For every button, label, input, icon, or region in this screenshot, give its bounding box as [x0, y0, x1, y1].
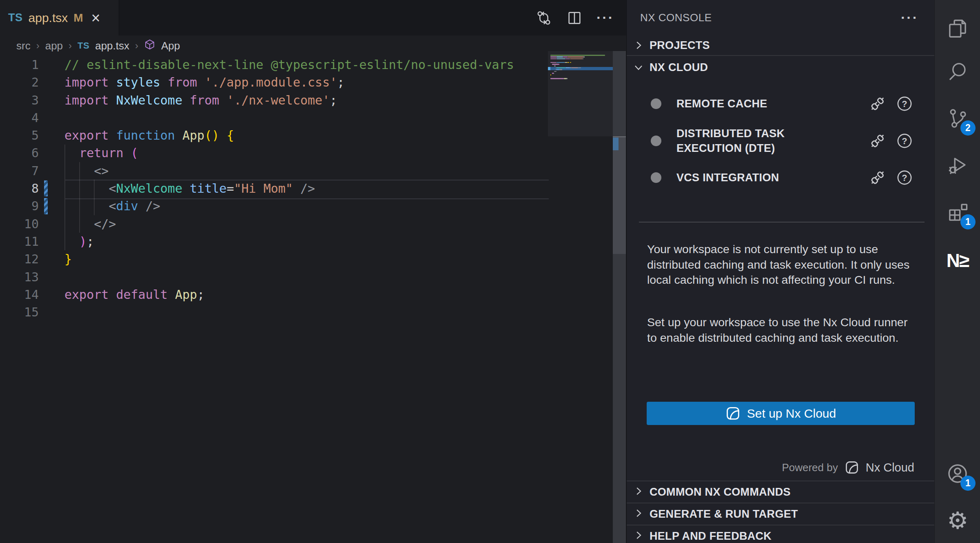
help-icon[interactable]: ? — [896, 95, 913, 112]
sidebar-item-source-control[interactable]: 2 — [935, 99, 980, 138]
chevron-down-icon — [632, 61, 645, 73]
sidebar-item-run-debug[interactable] — [935, 146, 980, 185]
code-line-content: ); — [39, 233, 94, 250]
nx-cloud-item: REMOTE CACHE? — [627, 95, 935, 113]
code-line-content: </> — [39, 215, 116, 233]
code-line-content: import styles from './app.module.css'; — [39, 73, 344, 91]
powered-by-text: Powered by — [782, 461, 838, 474]
line-number: 12 — [0, 250, 39, 268]
code-line[interactable]: 12} — [0, 250, 613, 268]
chevron-right-icon: › — [135, 40, 138, 51]
nx-cloud-brand-text: Nx Cloud — [866, 461, 914, 474]
minimap-line — [557, 69, 559, 70]
code-line[interactable]: 1// eslint-disable-next-line @typescript… — [0, 56, 613, 73]
accounts-button[interactable]: 1 — [935, 454, 980, 493]
connect-icon[interactable] — [868, 168, 887, 187]
section-nx-cloud[interactable]: NX CLOUD — [627, 57, 935, 78]
code-line[interactable]: 13 — [0, 268, 613, 286]
nx-cloud-icon — [845, 460, 859, 475]
tab-filename: app.tsx — [29, 11, 68, 25]
symbol-class-icon — [144, 39, 155, 53]
code-line[interactable]: 7 <> — [0, 162, 613, 180]
code-line[interactable]: 2import styles from './app.module.css'; — [0, 73, 613, 91]
gutter-modified-marker — [44, 198, 48, 214]
nx-cloud-item-label: DISTRIBUTED TASK EXECUTION (DTE) — [676, 126, 811, 156]
code-line[interactable]: 3import NxWelcome from './nx-welcome'; — [0, 91, 613, 109]
editor-group: TS app.tsx M × ··· — [0, 0, 626, 543]
code-line[interactable]: 4 — [0, 109, 613, 127]
minimap-line — [550, 56, 557, 58]
panel-title: NX CONSOLE — [640, 11, 712, 24]
code-line-content: import NxWelcome from './nx-welcome'; — [39, 91, 337, 109]
line-number: 15 — [0, 303, 39, 321]
split-editor-icon[interactable] — [566, 10, 583, 26]
minimap-line — [570, 58, 583, 60]
line-number: 3 — [0, 91, 39, 109]
connect-icon[interactable] — [868, 94, 887, 113]
code-line[interactable]: 11 ); — [0, 233, 613, 250]
code-line-content: // eslint-disable-next-line @typescript-… — [39, 56, 514, 73]
more-actions-icon[interactable]: ··· — [596, 10, 614, 26]
section-label: COMMON NX COMMANDS — [650, 486, 791, 498]
section-common-nx-commands[interactable]: COMMON NX COMMANDS — [627, 481, 935, 503]
code-line[interactable]: 14export default App; — [0, 286, 613, 303]
chevron-right-icon — [632, 529, 645, 541]
chevron-right-icon — [632, 39, 645, 51]
item-actions: ? — [868, 131, 913, 150]
minimap-line — [550, 58, 557, 60]
tab-app-tsx[interactable]: TS app.tsx M × — [0, 0, 119, 36]
line-number: 8 — [0, 180, 39, 197]
breadcrumb-file[interactable]: app.tsx — [95, 40, 129, 52]
more-actions-icon[interactable]: ··· — [901, 10, 918, 26]
code-line[interactable]: 8 <NxWelcome title="Hi Mom" /> — [0, 180, 613, 197]
breadcrumb-symbol[interactable]: App — [161, 40, 180, 52]
code-line[interactable]: 9 <div /> — [0, 197, 613, 215]
section-generate-run-target[interactable]: GENERATE & RUN TARGET — [627, 503, 935, 525]
code-line-content: return ( — [39, 144, 138, 162]
minimap[interactable] — [548, 51, 613, 137]
code-lines: 1// eslint-disable-next-line @typescript… — [0, 56, 613, 321]
extensions-badge: 1 — [960, 214, 976, 229]
workspace-status-text: Your workspace is not currently set up t… — [647, 242, 911, 288]
minimap-line — [557, 56, 563, 58]
powered-by: Powered by Nx Cloud — [782, 458, 914, 477]
section-projects[interactable]: PROJECTS — [627, 36, 935, 56]
code-line[interactable]: 15 — [0, 303, 613, 321]
section-label: NX CLOUD — [650, 61, 708, 74]
sidebar-item-extensions[interactable]: 1 — [935, 193, 980, 232]
minimap-line — [559, 69, 562, 70]
breadcrumb-folder[interactable]: app — [45, 40, 63, 52]
section-label: PROJECTS — [650, 39, 710, 52]
breadcrumb-folder[interactable]: src — [16, 40, 31, 52]
typescript-icon: TS — [78, 40, 89, 51]
code-line-content — [39, 109, 64, 127]
sidebar-item-nx-console[interactable]: N≥ — [935, 241, 980, 280]
sidebar-item-explorer[interactable] — [935, 9, 980, 48]
gear-icon: ⚙ — [947, 509, 968, 532]
code-line-content: <div /> — [39, 197, 160, 215]
scrollbar-thumb[interactable] — [613, 136, 626, 254]
close-icon[interactable]: × — [91, 10, 100, 26]
accounts-badge: 1 — [960, 476, 976, 491]
sidebar-item-search[interactable] — [935, 52, 980, 91]
code-line-content: export default App; — [39, 286, 204, 303]
open-changes-icon[interactable] — [535, 9, 552, 27]
code-line[interactable]: 10 </> — [0, 215, 613, 233]
connect-icon[interactable] — [868, 131, 887, 150]
git-modified-badge: M — [73, 11, 83, 24]
code-editor[interactable]: 1// eslint-disable-next-line @typescript… — [0, 56, 613, 321]
search-icon — [947, 60, 969, 82]
minimap-line — [553, 73, 554, 74]
typescript-icon: TS — [8, 11, 23, 24]
setup-nx-cloud-button[interactable]: Set up Nx Cloud — [647, 402, 915, 425]
scrollbar-track[interactable] — [613, 51, 626, 543]
section-help-and-feedback[interactable]: HELP AND FEEDBACK — [627, 525, 935, 543]
help-icon[interactable]: ? — [896, 169, 913, 186]
help-icon[interactable]: ? — [896, 132, 913, 149]
code-line[interactable]: 5export function App() { — [0, 127, 613, 144]
chevron-right-icon: › — [69, 40, 72, 51]
minimap-line — [557, 62, 565, 63]
code-line[interactable]: 6 return ( — [0, 144, 613, 162]
settings-button[interactable]: ⚙ — [935, 501, 980, 540]
line-number: 10 — [0, 215, 39, 233]
